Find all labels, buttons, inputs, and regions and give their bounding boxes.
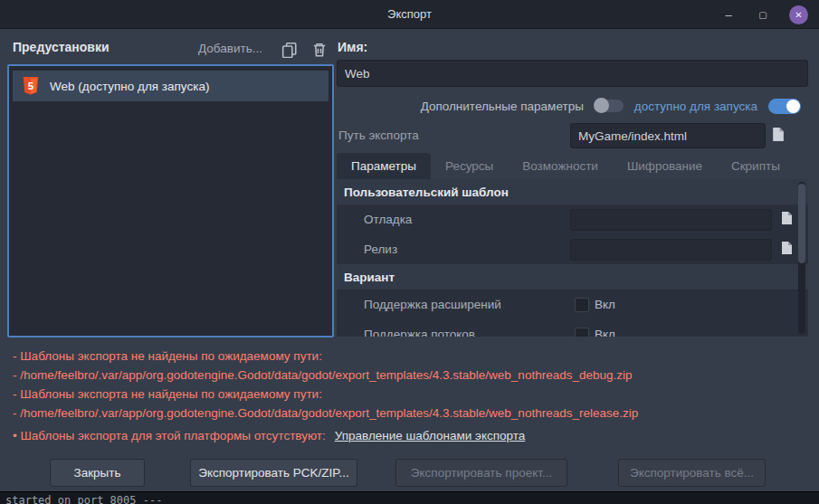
preset-item-label: Web (доступно для запуска) (50, 80, 209, 93)
maximize-button[interactable]: ▢ (752, 5, 774, 24)
release-template-input[interactable] (570, 239, 772, 261)
runnable-label: доступно для запуска (634, 100, 757, 113)
tab-resources[interactable]: Ресурсы (431, 153, 508, 179)
threads-checkbox[interactable] (575, 328, 589, 338)
manage-export-templates-link[interactable]: Управление шаблонами экспорта (335, 429, 526, 442)
preset-item-web[interactable]: 5 Web (доступно для запуска) (13, 71, 329, 101)
error-line: - Шаблоны экспорта не найдены по ожидаем… (13, 385, 813, 404)
add-preset-button[interactable]: Добавить... (198, 42, 262, 55)
debug-label: Отладка (337, 213, 570, 226)
export-project-button: Экспортировать проект... (395, 459, 567, 487)
toggles-row: Дополнительные параметры доступно для за… (337, 93, 808, 119)
error-line: - /home/feelbro/.var/app/org.godotengine… (13, 404, 813, 423)
console-output-text: started on port 8005 --- (5, 494, 162, 504)
name-label: Имя: (338, 40, 367, 54)
section-custom-template[interactable]: Пользовательский шаблон (337, 179, 808, 204)
copy-icon (281, 42, 298, 58)
close-button[interactable]: Закрыть (50, 459, 145, 487)
error-line: - /home/feelbro/.var/app/org.godotengine… (13, 366, 813, 385)
tab-scripts[interactable]: Скрипты (717, 153, 795, 179)
duplicate-preset-button[interactable] (280, 40, 300, 62)
section-variant[interactable]: Вариант (337, 264, 808, 290)
export-path-label: Путь экспорта (338, 128, 419, 142)
property-row-release: Релиз (337, 234, 808, 264)
property-row-threads: Поддержка потоков Вкл (337, 319, 808, 337)
tab-options[interactable]: Параметры (337, 153, 431, 179)
tab-features[interactable]: Возможности (508, 153, 613, 179)
file-icon (770, 127, 786, 142)
options-scrollbar[interactable] (798, 182, 805, 334)
options-panel: Пользовательский шаблон Отладка Релиз Ва… (337, 179, 808, 337)
file-icon (779, 241, 794, 255)
export-path-input[interactable] (570, 123, 766, 148)
debug-browse-button[interactable] (777, 209, 795, 230)
threads-check-label: Вкл (595, 328, 615, 337)
minimize-button[interactable]: – (718, 5, 739, 24)
runnable-toggle[interactable] (768, 99, 801, 114)
presets-title: Предустановки (13, 40, 110, 54)
export-all-button: Экспортировать всё... (618, 459, 766, 487)
missing-templates-row: • Шаблоны экспорта для этой платформы от… (13, 429, 525, 442)
close-window-button[interactable]: ✕ (789, 5, 808, 24)
extensions-check-label: Вкл (595, 298, 615, 311)
export-error-messages: - Шаблоны экспорта не найдены по ожидаем… (13, 347, 813, 423)
delete-preset-button[interactable] (310, 40, 329, 62)
advanced-options-toggle[interactable] (595, 100, 624, 112)
property-row-debug: Отладка (337, 204, 808, 234)
advanced-options-label: Дополнительные параметры (421, 100, 584, 113)
html5-icon: 5 (21, 76, 41, 96)
svg-text:5: 5 (28, 81, 34, 91)
export-pck-zip-button[interactable]: Экспортировать PCK/ZIP... (190, 459, 357, 487)
editor-console-strip: started on port 8005 --- (0, 491, 819, 504)
name-input[interactable] (337, 60, 808, 87)
export-path-browse-button[interactable] (768, 125, 787, 147)
export-tabs: Параметры Ресурсы Возможности Шифрование… (337, 153, 795, 179)
title-bar: Экспорт – ▢ ✕ (0, 0, 819, 29)
missing-templates-label: • Шаблоны экспорта для этой платформы от… (13, 429, 326, 442)
extensions-label: Поддержка расширений (337, 298, 570, 311)
scrollbar-thumb[interactable] (798, 184, 805, 263)
window-title: Экспорт (0, 7, 819, 21)
file-icon (779, 211, 794, 225)
trash-icon (311, 42, 328, 58)
error-line: - Шаблоны экспорта не найдены по ожидаем… (13, 347, 813, 366)
tab-encryption[interactable]: Шифрование (613, 153, 717, 179)
threads-label: Поддержка потоков (337, 328, 570, 337)
toggle-knob (594, 98, 609, 113)
debug-template-input[interactable] (570, 209, 772, 231)
release-label: Релиз (337, 242, 570, 256)
release-browse-button[interactable] (777, 239, 795, 260)
presets-list: 5 Web (доступно для запуска) (7, 64, 334, 338)
extensions-checkbox[interactable] (575, 298, 589, 312)
toggle-knob (786, 100, 800, 113)
property-row-extensions: Поддержка расширений Вкл (337, 290, 808, 319)
